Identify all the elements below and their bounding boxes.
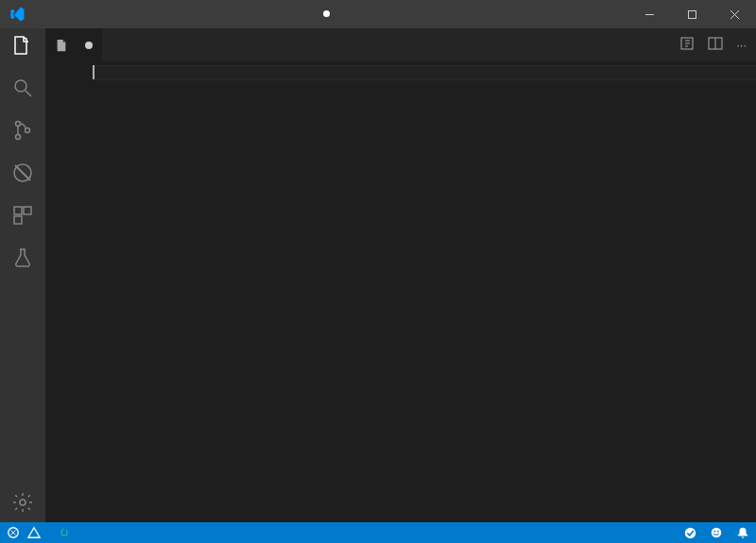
more-actions-icon[interactable]: ··· (736, 38, 747, 52)
svg-point-4 (26, 128, 30, 133)
explorer-icon[interactable] (11, 34, 34, 59)
svg-point-9 (20, 500, 26, 505)
svg-rect-8 (14, 216, 22, 224)
tab-example-psc[interactable] (45, 28, 103, 61)
beaker-icon[interactable] (11, 246, 34, 272)
svg-point-15 (713, 531, 715, 533)
svg-rect-7 (24, 207, 31, 214)
svg-point-14 (712, 528, 722, 538)
svg-point-13 (685, 527, 696, 537)
dirty-indicator-icon (323, 10, 330, 17)
minimize-button[interactable] (628, 0, 671, 28)
tab-bar: ··· (45, 28, 756, 61)
status-bar (0, 522, 756, 543)
status-game[interactable] (674, 522, 703, 543)
extensions-icon[interactable] (11, 204, 34, 229)
compare-changes-icon[interactable] (679, 36, 695, 54)
svg-rect-6 (14, 207, 22, 214)
status-problems[interactable] (0, 522, 51, 543)
vscode-logo (0, 6, 34, 23)
svg-point-1 (15, 80, 26, 92)
close-button[interactable] (713, 0, 756, 28)
code-editor[interactable] (45, 61, 756, 522)
status-language[interactable] (661, 522, 674, 543)
maximize-button[interactable] (671, 0, 713, 28)
debug-icon[interactable] (11, 161, 34, 187)
status-cursor-position[interactable] (608, 522, 621, 543)
activity-bar (0, 28, 45, 522)
line-gutter (45, 61, 93, 522)
status-flame-icon[interactable] (51, 522, 77, 543)
split-editor-icon[interactable] (708, 36, 723, 54)
status-bell-icon[interactable] (730, 522, 756, 543)
status-eol[interactable] (647, 522, 661, 543)
file-icon (55, 39, 68, 52)
status-feedback-icon[interactable] (703, 522, 730, 543)
svg-point-3 (16, 135, 21, 140)
svg-point-2 (16, 122, 21, 127)
editor-group: ··· (45, 28, 756, 522)
status-indentation[interactable] (621, 522, 634, 543)
search-icon[interactable] (11, 76, 34, 102)
dirty-dot-icon (85, 42, 93, 49)
window-title (34, 11, 628, 18)
status-encoding[interactable] (634, 522, 647, 543)
svg-rect-0 (689, 10, 696, 18)
source-control-icon[interactable] (11, 119, 34, 144)
title-bar (0, 0, 756, 28)
window-controls (628, 0, 756, 28)
svg-point-16 (717, 531, 719, 533)
settings-gear-icon[interactable] (11, 491, 34, 517)
